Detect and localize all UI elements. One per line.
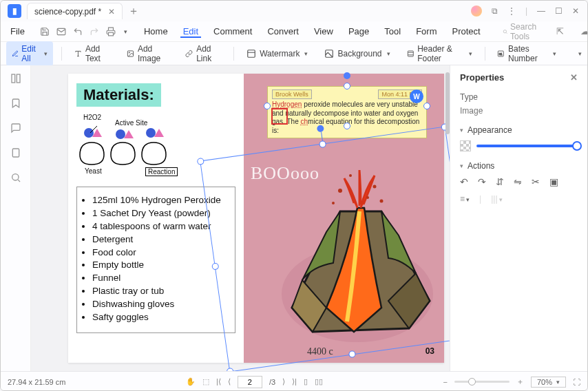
search-panel-icon[interactable] <box>10 171 22 184</box>
slider-handle[interactable] <box>572 141 582 151</box>
ai-icon[interactable] <box>471 6 482 17</box>
window-minimize-icon[interactable]: — <box>537 6 545 16</box>
resize-handle[interactable] <box>348 350 356 358</box>
flip-vertical-icon[interactable]: ⇵ <box>496 176 504 187</box>
scrollbar-thumb[interactable] <box>445 72 450 134</box>
resize-handle[interactable] <box>227 368 234 371</box>
zoom-slider[interactable] <box>454 381 510 383</box>
svg-point-21 <box>84 128 94 138</box>
menu-edit[interactable]: Edit <box>180 25 201 38</box>
align-left-icon[interactable]: ≡▾ <box>460 194 470 204</box>
zoom-out-icon[interactable]: − <box>443 378 448 386</box>
page-number-text: 03 <box>426 346 434 356</box>
first-page-icon[interactable]: |⟨ <box>216 377 221 386</box>
quick-more-icon[interactable]: ▾ <box>124 28 127 35</box>
menu-convert[interactable]: Convert <box>264 25 302 38</box>
kebab-icon[interactable]: ⋮ <box>507 6 516 16</box>
svg-rect-8 <box>248 50 255 57</box>
pencil-icon <box>12 49 19 59</box>
bookmark-icon[interactable] <box>10 97 22 109</box>
menu-file[interactable]: File <box>8 25 28 38</box>
bates-icon: 01 <box>497 49 505 59</box>
zoom-in-icon[interactable]: ＋ <box>516 377 524 387</box>
single-page-icon[interactable]: ▯ <box>304 377 308 386</box>
background-button[interactable]: Background▾ <box>320 46 394 61</box>
redo-icon[interactable] <box>90 27 99 36</box>
word-badge-icon[interactable]: W <box>410 89 423 103</box>
zoom-controls: − ＋ 70%▾ ⛶ <box>443 377 580 388</box>
list-item: Empty bottle <box>92 259 229 272</box>
svg-rect-17 <box>17 74 20 83</box>
watermark-button[interactable]: Watermark▾ <box>242 46 312 61</box>
save-icon[interactable] <box>40 27 50 36</box>
share-icon[interactable]: ⧉ <box>492 6 498 16</box>
replace-image-icon[interactable]: ▣ <box>549 176 558 187</box>
properties-title: Properties <box>460 72 504 83</box>
rotate-handle-icon[interactable] <box>344 72 350 79</box>
select-tool-icon[interactable]: ⬚ <box>202 377 209 386</box>
edit-all-button[interactable]: Edit All▾ <box>6 41 53 66</box>
resize-handle[interactable] <box>319 140 326 148</box>
two-page-icon[interactable]: ▯▯ <box>315 377 323 386</box>
hand-tool-icon[interactable]: ✋ <box>186 377 196 386</box>
add-image-button[interactable]: Add Image <box>123 41 173 66</box>
zoom-slider-handle[interactable] <box>468 378 476 385</box>
comment-panel-icon[interactable] <box>10 122 22 134</box>
list-item: Detergent <box>92 233 229 246</box>
menu-view[interactable]: View <box>311 25 336 38</box>
document-tab[interactable]: science-copy.pdf * ✕ <box>27 3 123 19</box>
coord-text: 4400 c <box>307 346 333 357</box>
crop-icon[interactable]: ✂ <box>532 176 540 187</box>
add-link-button[interactable]: Add Link <box>181 41 225 66</box>
list-item: Plastic tray or tub <box>92 285 229 298</box>
window-close-icon[interactable]: ✕ <box>572 6 579 16</box>
scrollbar[interactable] <box>445 65 450 371</box>
resize-handle[interactable] <box>197 158 204 165</box>
distribute-icon[interactable]: |||▾ <box>491 194 502 204</box>
zoom-dropdown[interactable]: 70%▾ <box>531 377 566 388</box>
add-text-button[interactable]: Add Text <box>70 41 114 66</box>
undo-icon[interactable] <box>73 27 83 36</box>
resize-handle[interactable] <box>211 262 219 270</box>
menu-protect[interactable]: Protect <box>449 25 483 38</box>
canvas[interactable]: Materials: H2O2 Active Site Yeast Reacti… <box>31 65 450 371</box>
toolbar-overflow-icon[interactable]: ▾ <box>578 50 582 57</box>
page-total: /3 <box>269 378 275 386</box>
header-footer-button[interactable]: Header & Footer▾ <box>403 41 476 66</box>
tab-close-icon[interactable]: ✕ <box>108 7 115 17</box>
menu-comment[interactable]: Comment <box>211 25 255 38</box>
search-tools[interactable]: Search Tools <box>503 22 540 41</box>
page-input[interactable] <box>238 376 262 388</box>
window-maximize-icon[interactable]: ☐ <box>555 6 563 16</box>
thumbnails-icon[interactable] <box>10 72 22 85</box>
search-placeholder: Search Tools <box>510 22 540 41</box>
rotate-left-icon[interactable]: ↶ <box>460 176 468 187</box>
print-icon[interactable] <box>106 27 116 36</box>
rotate-right-icon[interactable]: ↷ <box>478 176 486 187</box>
last-page-icon[interactable]: ⟩| <box>292 377 297 386</box>
flip-horizontal-icon[interactable]: ⇋ <box>514 176 522 187</box>
menu-tool[interactable]: Tool <box>381 25 403 38</box>
comment-note[interactable]: Brook Wells Mon 4:11 PM Hydrogen peroxid… <box>267 86 427 138</box>
note-body: Hydrogen peroxide molecules are very uns… <box>272 101 422 135</box>
menu-home[interactable]: Home <box>141 25 171 38</box>
menu-form[interactable]: Form <box>413 25 439 38</box>
actions-section-header[interactable]: ▾Actions <box>460 161 578 171</box>
menu-page[interactable]: Page <box>346 25 372 38</box>
close-panel-icon[interactable]: ✕ <box>570 72 578 83</box>
prev-page-icon[interactable]: ⟨ <box>228 377 231 386</box>
page-navigator: ✋ ⬚ |⟨ ⟨ /3 ⟩ ⟩| ▯ ▯▯ <box>186 376 323 388</box>
appearance-section-header[interactable]: ▾Appearance <box>460 125 578 135</box>
image-selection-box[interactable] <box>200 126 450 371</box>
fit-page-icon[interactable]: ⛶ <box>573 378 580 386</box>
next-page-icon[interactable]: ⟩ <box>282 377 285 386</box>
opacity-slider[interactable] <box>476 145 578 147</box>
mail-icon[interactable] <box>56 27 66 36</box>
diagram-sketch: H2O2 Active Site Yeast Reaction <box>76 114 187 176</box>
open-external-icon[interactable]: ⇱ <box>556 26 564 36</box>
new-tab-button[interactable]: ＋ <box>128 4 139 19</box>
attachment-icon[interactable] <box>10 147 22 159</box>
bates-number-button[interactable]: 01 Bates Number▾ <box>493 41 560 66</box>
image-icon <box>127 49 134 59</box>
cloud-icon[interactable]: ☁ <box>580 26 588 36</box>
